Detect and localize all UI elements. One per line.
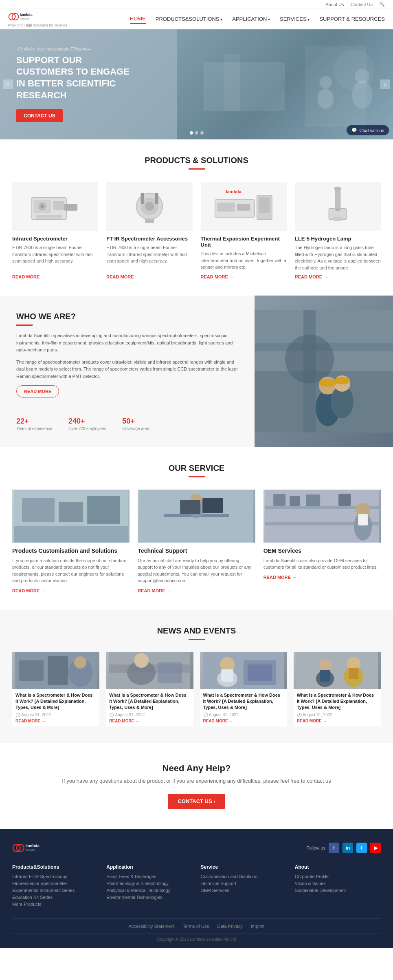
service-divider	[189, 476, 205, 477]
footer-link-pharma[interactable]: Pharmacology & Biotechnology	[106, 881, 192, 886]
service-section: OUR SERVICE Products Customisation and S…	[0, 447, 393, 610]
footer-col-application-title: Application	[106, 864, 192, 870]
workers-image	[255, 296, 393, 447]
svg-rect-29	[237, 204, 250, 211]
youtube-icon[interactable]: ▶	[370, 843, 381, 853]
social-icons: f in t ▶	[329, 843, 381, 853]
svg-rect-65	[338, 494, 351, 506]
hero-next-arrow[interactable]: ›	[380, 79, 390, 89]
news-read-more-2[interactable]: READ MORE	[106, 719, 193, 726]
hero-title: SUPPORT OUR CUSTOMERS TO ENGAGE IN BETTE…	[16, 55, 138, 101]
products-section-title: PRODUCTS & SOLUTIONS	[12, 156, 381, 165]
top-bar: About Us Contact Us 🔍	[0, 0, 393, 9]
svg-rect-62	[273, 494, 285, 506]
stat-employees-label: Over 220 employees	[68, 426, 106, 431]
twitter-icon[interactable]: t	[356, 843, 367, 853]
service3-graphic	[263, 490, 381, 543]
products-section: PRODUCTS & SOLUTIONS Infrared Spectromet…	[0, 139, 393, 296]
svg-rect-16	[35, 215, 62, 219]
news-date-3: August 31, 2022	[200, 713, 287, 719]
footer-col-about-title: About	[295, 864, 381, 870]
svg-point-18	[40, 205, 44, 208]
footer-imprint[interactable]: Imprint	[251, 924, 265, 929]
nav-products[interactable]: PRODUCTS&SOLUTIONS	[156, 14, 223, 24]
service2-graphic	[138, 490, 255, 543]
product-card-2: FT-IR Spectrometer Accessories FTIR-7600…	[106, 182, 192, 279]
stat-coverage-label: Coverage area	[122, 426, 149, 431]
svg-point-8	[318, 88, 334, 109]
footer-link-food[interactable]: Food, Feed & Beverages	[106, 874, 192, 879]
service-card-3: OEM Services Lambda Scientific can also …	[263, 490, 381, 594]
help-contact-btn[interactable]: CONTACT US	[168, 794, 225, 809]
news-title-2: What Is a Spectrometer & How Does It Wor…	[106, 689, 193, 713]
nav-application[interactable]: APPLICATION	[232, 14, 270, 24]
chat-button[interactable]: 💬 Chat with us	[347, 125, 389, 135]
footer-accessibility[interactable]: Accessibility Statement	[129, 924, 175, 929]
product-name-2: FT-IR Spectrometer Accessories	[106, 236, 192, 242]
news-read-more-3[interactable]: READ MORE	[200, 719, 287, 726]
search-icon-header[interactable]: 🔍	[379, 2, 385, 7]
footer-link-ftir[interactable]: Infrared FTIR Spectroscopy	[12, 874, 98, 879]
product-read-more-2[interactable]: READ MORE	[106, 274, 192, 279]
service-desc-2: Our technical staff are ready to help yo…	[138, 557, 255, 584]
footer-link-experimental[interactable]: Experimental Instrument Series	[12, 888, 98, 893]
service-name-1: Products Customisation and Solutions	[12, 547, 130, 554]
hero-dots	[190, 131, 204, 135]
footer-link-environmental[interactable]: Environmental Technologies	[106, 895, 192, 900]
footer-link-oem[interactable]: OEM Services	[201, 888, 287, 893]
hero-prev-arrow[interactable]: ‹	[3, 79, 13, 89]
service-read-more-2[interactable]: READ MORE	[138, 588, 171, 593]
footer-col-application: Application Food, Feed & Beverages Pharm…	[106, 864, 192, 909]
footer-link-fluorescence[interactable]: Fluorescence Spectrometer	[12, 881, 98, 886]
hero-contact-btn[interactable]: CONTACT US	[16, 109, 63, 122]
svg-text:Scientific: Scientific	[20, 18, 29, 20]
footer-link-technical-support[interactable]: Technical Support	[201, 881, 287, 886]
service-read-more-3[interactable]: READ MORE	[263, 575, 296, 580]
product-img-4	[295, 182, 381, 231]
hero-dot-1[interactable]	[190, 131, 193, 135]
news-img-2	[106, 652, 193, 689]
product-read-more-1[interactable]: READ MORE	[12, 274, 98, 279]
news-read-more-1[interactable]: READ MORE	[12, 719, 99, 726]
svg-rect-85	[296, 652, 378, 689]
footer-link-analytical[interactable]: Analytical & Medical Technology	[106, 888, 192, 893]
hero-dot-3[interactable]	[200, 131, 204, 135]
footer-link-sustainable[interactable]: Sustainable Development	[295, 888, 381, 893]
contact-us-top-link[interactable]: Contact Us	[351, 2, 373, 7]
footer-link-vision[interactable]: Vision & Values	[295, 881, 381, 886]
service-read-more-1[interactable]: READ MORE	[12, 588, 45, 593]
footer-bottom-links: Accessibility Statement Terms of Use Dat…	[12, 918, 381, 934]
footer-terms[interactable]: Terms of Use	[183, 924, 209, 929]
news-card-3: What Is a Spectrometer & How Does It Wor…	[200, 652, 287, 726]
who-right-image	[255, 296, 393, 447]
svg-rect-82	[221, 669, 233, 682]
hero-dot-2[interactable]	[195, 131, 198, 135]
nav-support[interactable]: SUPPORT & RESOURCES	[319, 14, 385, 24]
footer-link-education[interactable]: Education Kit Series	[12, 895, 98, 900]
svg-point-73	[74, 656, 86, 669]
news-read-more-4[interactable]: READ MORE	[294, 719, 381, 726]
about-us-link[interactable]: About Us	[325, 2, 344, 7]
news-img-3	[200, 652, 287, 689]
nav-services[interactable]: SERVICES	[280, 14, 310, 24]
footer-privacy[interactable]: Data Privacy	[217, 924, 242, 929]
linkedin-icon[interactable]: in	[343, 843, 353, 853]
svg-rect-68	[358, 514, 368, 525]
stat-employees: 240+ Over 220 employees	[68, 414, 106, 431]
service-desc-1: If you require a solution outside the sc…	[12, 557, 130, 584]
facebook-icon[interactable]: f	[329, 843, 339, 853]
footer-link-customisation[interactable]: Customisation and Solutions	[201, 874, 287, 879]
product-read-more-3[interactable]: READ MORE	[201, 274, 287, 279]
footer-link-more-products[interactable]: More Products	[12, 902, 98, 907]
who-read-more-btn[interactable]: READ MORE	[16, 385, 59, 397]
footer-col-products: Products&Solutions Infrared FTIR Spectro…	[12, 864, 98, 909]
svg-rect-34	[334, 217, 343, 221]
footer-link-corporate[interactable]: Corporate Profile	[295, 874, 381, 879]
news-title-3: What Is a Spectrometer & How Does It Wor…	[200, 689, 287, 713]
product-read-more-4[interactable]: READ MORE	[295, 274, 381, 279]
product-desc-1: FTIR-7600 is a single-beam Fourier-trans…	[12, 244, 98, 271]
product-desc-3: This device includes a Michelson interfe…	[201, 250, 287, 271]
nav-home[interactable]: HOME	[130, 14, 146, 24]
news-title-4: What Is a Spectrometer & How Does It Wor…	[294, 689, 381, 713]
svg-point-87	[318, 659, 332, 672]
